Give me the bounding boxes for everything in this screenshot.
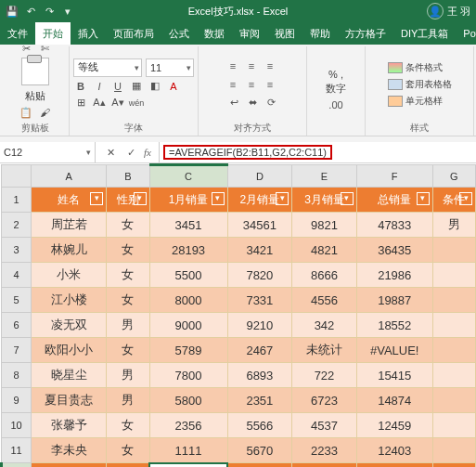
cell[interactable]: 8666 xyxy=(292,263,357,288)
grow-font-icon[interactable]: A▴ xyxy=(92,96,107,110)
cell[interactable]: 8000 xyxy=(149,288,227,313)
cell[interactable]: 周芷若 xyxy=(32,213,107,238)
cell[interactable]: 7331 xyxy=(227,288,292,313)
cell[interactable]: 2467 xyxy=(227,338,292,363)
cell[interactable]: 28193 xyxy=(149,238,227,263)
cell[interactable]: 4556 xyxy=(292,288,357,313)
cell[interactable]: 47833 xyxy=(356,213,432,238)
cell[interactable]: 34561 xyxy=(227,213,292,238)
row-header-12[interactable]: 12 xyxy=(2,463,32,468)
cell[interactable] xyxy=(227,463,292,468)
cell[interactable]: 14874 xyxy=(356,388,432,413)
redo-icon[interactable]: ↷ xyxy=(43,5,56,18)
cell[interactable]: 女 xyxy=(107,288,149,313)
account-icon[interactable]: 👤 xyxy=(427,3,444,19)
cell[interactable] xyxy=(432,388,475,413)
select-all-corner[interactable] xyxy=(2,165,32,188)
tab-layout[interactable]: 页面布局 xyxy=(106,22,161,45)
align-left-icon[interactable]: ≡ xyxy=(225,77,240,92)
orientation-icon[interactable]: ⟳ xyxy=(264,96,278,110)
row-header-5[interactable]: 5 xyxy=(2,288,32,313)
row-header-1[interactable]: 1 xyxy=(2,188,32,213)
cell[interactable]: 女 xyxy=(107,263,149,288)
filter-dropdown-icon[interactable]: ▾ xyxy=(341,192,354,205)
cell[interactable] xyxy=(432,288,475,313)
cell[interactable]: 36435 xyxy=(356,238,432,263)
cell[interactable]: 12459 xyxy=(356,413,432,438)
formula-input[interactable]: =AVERAGEIF(B2:B11,G2,C2:C11) xyxy=(160,142,476,162)
cell[interactable]: 小米 xyxy=(32,263,107,288)
cell[interactable]: 2233 xyxy=(292,438,357,463)
cell[interactable]: #VALUE! xyxy=(356,463,432,468)
row-header-11[interactable]: 11 xyxy=(2,438,32,463)
name-box[interactable]: C12 xyxy=(0,142,96,162)
decimal-icon[interactable]: .00 xyxy=(328,97,343,112)
cell[interactable]: 1111 xyxy=(149,438,227,463)
borders-icon[interactable]: ⊞ xyxy=(73,96,88,110)
cell[interactable]: 江小楼 xyxy=(32,288,107,313)
conditional-format-button[interactable]: 条件格式 xyxy=(388,60,443,75)
cell[interactable]: 19887 xyxy=(356,288,432,313)
cell[interactable]: 5789 xyxy=(149,338,227,363)
border-button[interactable]: ▦ xyxy=(129,79,144,94)
cell[interactable]: 4537 xyxy=(292,413,357,438)
cell[interactable] xyxy=(32,463,107,468)
cell[interactable]: 2356 xyxy=(149,413,227,438)
filter-dropdown-icon[interactable]: ▾ xyxy=(276,192,289,205)
tab-diy[interactable]: DIY工具箱 xyxy=(393,22,456,45)
paste-label[interactable]: 粘贴 xyxy=(25,89,45,103)
cell[interactable]: 欧阳小小 xyxy=(32,338,107,363)
format-painter-icon[interactable]: 🖌 xyxy=(37,105,52,120)
col-header-F[interactable]: F xyxy=(356,165,432,188)
phonetic-icon[interactable]: wén xyxy=(129,96,144,110)
cell[interactable]: 5500 xyxy=(149,263,227,288)
row-header-7[interactable]: 7 xyxy=(2,338,32,363)
cell[interactable]: 5670 xyxy=(227,438,292,463)
cut-icon[interactable]: ✂ xyxy=(19,41,33,56)
accept-formula-icon[interactable]: ✓ xyxy=(123,145,138,160)
qat-more-icon[interactable]: ▾ xyxy=(61,5,74,18)
cell[interactable]: 夏目贵志 xyxy=(32,388,107,413)
cell[interactable]: 李未央 xyxy=(32,438,107,463)
italic-button[interactable]: I xyxy=(92,79,107,94)
undo-icon[interactable]: ↶ xyxy=(24,5,37,18)
cell[interactable]: 7533.333 xyxy=(149,463,227,468)
tab-help[interactable]: 帮助 xyxy=(302,22,338,45)
table-header-cell[interactable]: 总销量▾ xyxy=(356,188,432,213)
cell[interactable]: 342 xyxy=(292,313,357,338)
cell[interactable]: 15415 xyxy=(356,363,432,388)
cell[interactable]: 6723 xyxy=(292,388,357,413)
number-format-button[interactable]: % , xyxy=(328,69,343,80)
cell[interactable]: 5800 xyxy=(149,388,227,413)
scissors-icon[interactable]: ✄ xyxy=(37,41,52,56)
align-right-icon[interactable]: ≡ xyxy=(263,77,277,92)
tab-fangfang[interactable]: 方方格子 xyxy=(338,22,393,45)
cell[interactable] xyxy=(107,463,149,468)
underline-button[interactable]: U xyxy=(110,79,125,94)
filter-dropdown-icon[interactable]: ▾ xyxy=(134,192,147,205)
font-size-select[interactable]: 11 xyxy=(146,58,194,77)
cell[interactable]: 3451 xyxy=(149,213,227,238)
table-format-button[interactable]: 套用表格格 xyxy=(388,77,452,92)
save-icon[interactable]: 💾 xyxy=(6,5,19,18)
cell[interactable] xyxy=(432,413,475,438)
cell[interactable]: 5566 xyxy=(227,413,292,438)
table-header-cell[interactable]: 1月销量▾ xyxy=(149,188,227,213)
fx-icon[interactable]: fx xyxy=(144,147,151,158)
cell[interactable] xyxy=(432,238,475,263)
tab-view[interactable]: 视图 xyxy=(267,22,302,45)
col-header-G[interactable]: G xyxy=(432,165,475,188)
cell[interactable]: 男 xyxy=(107,313,149,338)
col-header-D[interactable]: D xyxy=(227,165,292,188)
cell[interactable]: 张馨予 xyxy=(32,413,107,438)
row-header-9[interactable]: 9 xyxy=(2,388,32,413)
cell[interactable]: 4242.1 xyxy=(292,463,357,468)
bold-button[interactable]: B xyxy=(73,79,88,94)
table-header-cell[interactable]: 性别▾ xyxy=(107,188,149,213)
align-bottom-icon[interactable]: ≡ xyxy=(263,58,277,73)
cell[interactable] xyxy=(432,313,475,338)
filter-dropdown-icon[interactable]: ▾ xyxy=(459,192,472,205)
copy-icon[interactable]: 📋 xyxy=(19,105,33,120)
merge-icon[interactable]: ⬌ xyxy=(245,96,260,110)
tab-review[interactable]: 审阅 xyxy=(232,22,267,45)
